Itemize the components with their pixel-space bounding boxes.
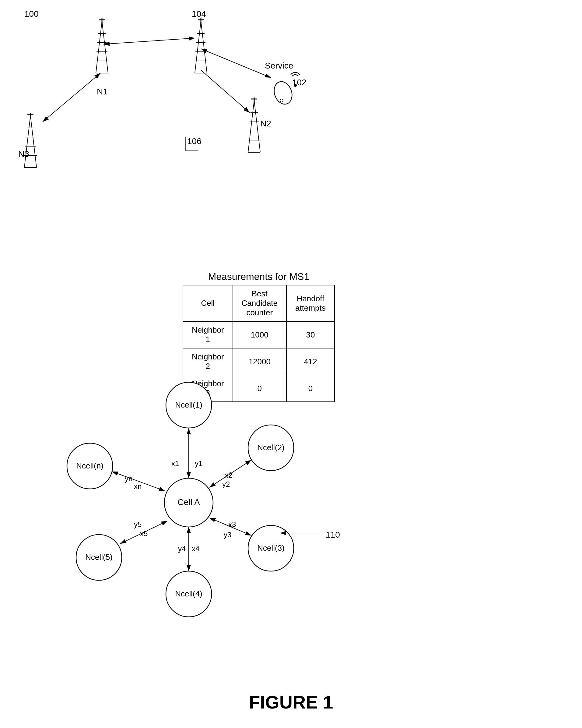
svg-text:y2: y2	[222, 480, 230, 488]
svg-text:Ncell(1): Ncell(1)	[175, 400, 202, 409]
svg-text:x2: x2	[225, 471, 232, 479]
svg-line-43	[201, 49, 271, 78]
svg-text:Ncell(n): Ncell(n)	[76, 461, 104, 470]
svg-text:y3: y3	[224, 530, 231, 539]
cell-counter1: 1000	[233, 321, 287, 348]
svg-text:y4: y4	[178, 545, 186, 553]
svg-text:y1: y1	[195, 459, 202, 468]
arrows-top	[0, 0, 304, 183]
figure-title: FIGURE 1	[249, 692, 333, 713]
svg-line-41	[104, 38, 195, 44]
svg-text:xn: xn	[134, 482, 142, 490]
col-header-handoff: Handoff attempts	[286, 285, 335, 321]
svg-text:x3: x3	[228, 520, 236, 528]
svg-text:Ncell(5): Ncell(5)	[85, 552, 113, 562]
table-title: Measurements for MS1	[183, 271, 335, 282]
svg-text:x5: x5	[140, 529, 148, 538]
svg-text:y5: y5	[134, 520, 142, 528]
svg-line-44	[43, 73, 101, 122]
svg-text:Cell A: Cell A	[177, 497, 200, 507]
svg-line-42	[201, 70, 250, 113]
ref-line-106	[167, 134, 204, 152]
col-header-best-candidate: Best Candidatecounter	[233, 285, 287, 321]
network-diagram: Cell A Ncell(1) Ncell(2) Ncell(3) Ncell(…	[39, 350, 375, 655]
table-row: Neighbor 1 1000 30	[183, 321, 335, 348]
svg-text:Ncell(2): Ncell(2)	[257, 443, 285, 452]
svg-text:yn: yn	[125, 474, 132, 483]
svg-text:Ncell(4): Ncell(4)	[175, 589, 202, 598]
svg-text:x4: x4	[192, 545, 199, 553]
col-header-cell: Cell	[183, 285, 233, 321]
svg-text:x1: x1	[171, 459, 179, 468]
svg-text:Ncell(3): Ncell(3)	[257, 543, 285, 552]
ref-arrow-110	[274, 524, 329, 542]
cell-neighbor1: Neighbor 1	[183, 321, 233, 348]
cell-handoff1: 30	[286, 321, 335, 348]
